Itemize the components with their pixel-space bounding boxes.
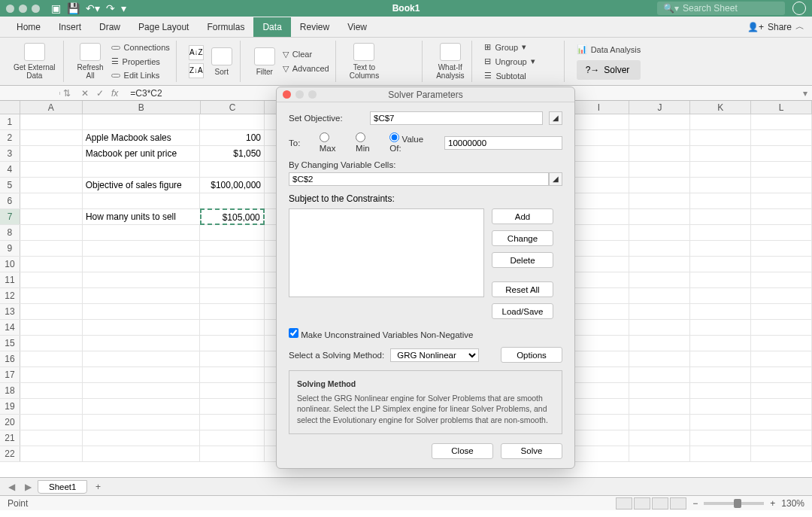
tab-view[interactable]: View xyxy=(338,17,376,37)
cell-B10[interactable] xyxy=(83,257,201,272)
cell-L15[interactable] xyxy=(751,336,812,351)
cell-B5[interactable]: Objective of sales figure xyxy=(83,178,201,193)
cell-I17[interactable] xyxy=(568,367,629,382)
name-box[interactable] xyxy=(0,92,60,95)
cell-L18[interactable] xyxy=(751,383,812,398)
cell-K15[interactable] xyxy=(690,336,751,351)
show-detail-icon[interactable] xyxy=(544,47,558,60)
col-header-b[interactable]: B xyxy=(83,101,201,114)
constraints-list[interactable] xyxy=(289,208,484,297)
col-header-j[interactable]: J xyxy=(629,101,690,114)
cell-I2[interactable] xyxy=(568,130,629,145)
cell-J8[interactable] xyxy=(629,225,690,240)
cell-L17[interactable] xyxy=(751,367,812,382)
set-objective-input[interactable] xyxy=(370,111,543,125)
cell-J7[interactable] xyxy=(629,209,690,224)
add-sheet-button[interactable]: + xyxy=(90,482,105,492)
cell-B21[interactable] xyxy=(83,430,201,446)
row-header-8[interactable]: 8 xyxy=(0,225,20,240)
group-button[interactable]: ⊞Group ▾ xyxy=(484,41,535,53)
cell-I13[interactable] xyxy=(568,304,629,319)
remove-dup-icon[interactable] xyxy=(402,47,416,61)
cell-L1[interactable] xyxy=(751,114,812,129)
cell-B12[interactable] xyxy=(83,288,201,303)
cell-C2[interactable]: 100 xyxy=(200,130,265,145)
cell-I11[interactable] xyxy=(568,272,629,287)
cell-J17[interactable] xyxy=(629,367,690,382)
min-radio[interactable]: Min xyxy=(356,132,380,153)
cell-I20[interactable] xyxy=(568,415,629,430)
hide-detail-icon[interactable] xyxy=(544,63,558,77)
row-header-3[interactable]: 3 xyxy=(0,146,20,161)
row-header-20[interactable]: 20 xyxy=(0,415,20,430)
valueof-radio[interactable]: Value Of: xyxy=(389,132,435,153)
valueof-input[interactable] xyxy=(444,136,562,150)
col-header-i[interactable]: I xyxy=(569,101,630,114)
cell-J21[interactable] xyxy=(629,430,690,446)
filter-button[interactable]: Filter xyxy=(253,46,277,78)
cell-B20[interactable] xyxy=(83,415,201,430)
cell-J5[interactable] xyxy=(629,178,690,193)
cell-J2[interactable] xyxy=(629,130,690,145)
cell-C4[interactable] xyxy=(200,162,265,177)
cell-B1[interactable] xyxy=(83,114,201,129)
row-header-10[interactable]: 10 xyxy=(0,257,20,272)
custom-view-button[interactable] xyxy=(670,497,686,509)
cell-K16[interactable] xyxy=(690,351,751,366)
row-header-2[interactable]: 2 xyxy=(0,130,20,145)
tab-page-layout[interactable]: Page Layout xyxy=(129,17,198,37)
cell-K21[interactable] xyxy=(690,430,751,446)
clear-button[interactable]: ▽Clear xyxy=(283,48,329,61)
cell-A13[interactable] xyxy=(20,304,83,319)
tab-draw[interactable]: Draw xyxy=(90,17,129,37)
cell-J18[interactable] xyxy=(629,383,690,398)
unconstrained-checkbox[interactable]: Make Unconstrained Variables Non-Negativ… xyxy=(289,328,473,339)
cell-K6[interactable] xyxy=(690,193,751,208)
cell-K4[interactable] xyxy=(690,162,751,177)
cell-B6[interactable] xyxy=(83,193,201,208)
cell-J4[interactable] xyxy=(629,162,690,177)
cell-C17[interactable] xyxy=(200,367,265,382)
cell-L9[interactable] xyxy=(751,241,812,256)
row-header-14[interactable]: 14 xyxy=(0,320,20,335)
changing-cells-input[interactable] xyxy=(289,172,549,186)
cell-A7[interactable] xyxy=(20,209,83,224)
row-header-6[interactable]: 6 xyxy=(0,193,20,208)
cell-J14[interactable] xyxy=(629,320,690,335)
cell-A1[interactable] xyxy=(20,114,83,129)
cell-I9[interactable] xyxy=(568,241,629,256)
cell-L3[interactable] xyxy=(751,146,812,161)
fx-icon[interactable]: fx xyxy=(111,88,118,99)
cell-A16[interactable] xyxy=(20,351,83,366)
cell-J1[interactable] xyxy=(629,114,690,129)
close-button[interactable]: Close xyxy=(432,443,493,459)
flash-fill-icon[interactable] xyxy=(386,47,400,61)
cell-B14[interactable] xyxy=(83,320,201,335)
cell-J12[interactable] xyxy=(629,288,690,303)
cell-C15[interactable] xyxy=(200,336,265,351)
cell-A18[interactable] xyxy=(20,383,83,398)
cell-C14[interactable] xyxy=(200,320,265,335)
data-val-icon[interactable] xyxy=(386,62,400,76)
cell-K5[interactable] xyxy=(690,178,751,193)
cell-I6[interactable] xyxy=(568,193,629,208)
cell-C20[interactable] xyxy=(200,415,265,430)
cell-I4[interactable] xyxy=(568,162,629,177)
save-icon[interactable]: ▣ xyxy=(51,2,61,14)
cell-L22[interactable] xyxy=(751,446,812,461)
tab-review[interactable]: Review xyxy=(291,17,338,37)
cell-A3[interactable] xyxy=(20,146,83,161)
row-header-18[interactable]: 18 xyxy=(0,383,20,398)
change-button[interactable]: Change xyxy=(492,230,553,246)
tab-insert[interactable]: Insert xyxy=(50,17,90,37)
cell-K18[interactable] xyxy=(690,383,751,398)
row-header-15[interactable]: 15 xyxy=(0,336,20,351)
cell-K2[interactable] xyxy=(690,130,751,145)
cell-K13[interactable] xyxy=(690,304,751,319)
qat-more-icon[interactable]: ▾ xyxy=(121,2,126,14)
row-header-1[interactable]: 1 xyxy=(0,114,20,129)
cell-C7[interactable]: $105,000 xyxy=(200,208,265,225)
cell-L12[interactable] xyxy=(751,288,812,303)
get-external-data-button[interactable]: Get External Data xyxy=(12,41,57,81)
options-button[interactable]: Options xyxy=(501,347,562,363)
